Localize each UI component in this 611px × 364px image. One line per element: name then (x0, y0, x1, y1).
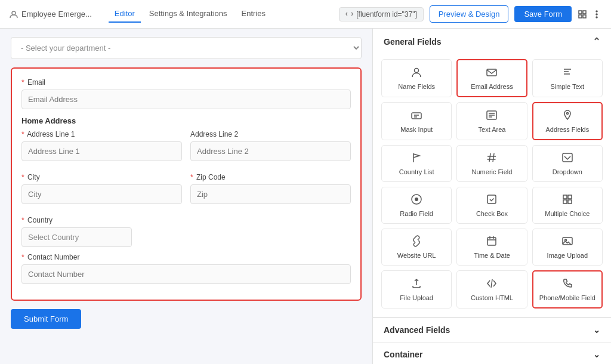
country-label: * Country (21, 216, 351, 224)
field-item-email-address[interactable]: Email Address (456, 59, 527, 97)
address-icon (561, 109, 573, 123)
city-label: * City (21, 173, 182, 181)
field-label-2: Simple Text (551, 83, 585, 90)
field-item-dropdown[interactable]: Dropdown (532, 145, 603, 182)
tab-entries[interactable]: Entries (236, 5, 271, 23)
advanced-fields-header[interactable]: Advanced Fields ⌄ (373, 317, 611, 342)
advanced-chevron-down-icon: ⌄ (593, 325, 600, 335)
zip-field-group: * Zip Code (190, 173, 351, 204)
tab-settings[interactable]: Settings & Integrations (143, 5, 233, 23)
svg-point-8 (415, 69, 419, 73)
address-line2-group: Address Line 2 (190, 130, 351, 161)
city-field-group: * City (21, 173, 182, 204)
field-item-text-area[interactable]: Text Area (456, 102, 527, 140)
field-item-radio-field[interactable]: Radio Field (381, 187, 452, 224)
field-label-4: Text Area (479, 126, 506, 133)
field-item-website-url[interactable]: Website URL (381, 229, 452, 266)
home-address-title: Home Address (21, 116, 351, 125)
container-chevron-down-icon: ⌄ (593, 350, 600, 359)
svg-rect-24 (568, 200, 572, 203)
field-item-time-&-date[interactable]: Time & Date (456, 229, 527, 266)
nav-tabs: Editor Settings & Integrations Entries (109, 5, 271, 23)
svg-rect-22 (568, 195, 572, 199)
svg-rect-25 (487, 237, 496, 245)
brand-logo: Employee Emerge... (10, 10, 92, 18)
code-icon (486, 277, 498, 291)
contact-input[interactable] (21, 264, 351, 284)
address-line2-input[interactable] (190, 141, 351, 161)
image-icon (561, 235, 573, 249)
svg-rect-17 (563, 153, 572, 162)
general-fields-section: General Fields ⌃ Name FieldsEmail Addres… (373, 29, 611, 317)
svg-point-7 (596, 17, 597, 18)
field-item-check-box[interactable]: Check Box (456, 187, 527, 224)
general-fields-header[interactable]: General Fields ⌃ (373, 29, 611, 54)
container-title: Container (384, 350, 422, 359)
dropdown-icon (561, 152, 573, 165)
preview-design-button[interactable]: Preview & Design (430, 5, 509, 23)
url-icon (411, 235, 422, 249)
svg-rect-4 (583, 15, 586, 18)
svg-point-19 (415, 198, 418, 201)
svg-rect-21 (563, 195, 567, 199)
person-icon (411, 66, 422, 80)
zip-label: * Zip Code (190, 173, 351, 181)
flag-icon (411, 152, 422, 165)
field-label-13: Time & Date (474, 252, 510, 259)
field-item-country-list[interactable]: Country List (381, 145, 452, 182)
svg-rect-20 (487, 195, 496, 203)
field-item-image-upload[interactable]: Image Upload (532, 229, 603, 266)
zip-input[interactable] (190, 184, 351, 204)
address-line1-group: * Address Line 1 (21, 130, 182, 161)
field-item-name-fields[interactable]: Name Fields (381, 59, 452, 97)
email-input[interactable] (21, 90, 351, 109)
field-label-1: Email Address (471, 83, 513, 90)
svg-point-6 (596, 14, 597, 15)
more-options-icon[interactable] (592, 10, 601, 19)
upload-icon (411, 277, 422, 291)
svg-point-0 (12, 11, 16, 15)
city-input[interactable] (21, 184, 182, 204)
brand-label: Employee Emerge... (21, 10, 92, 18)
email-field-group: * Email (21, 78, 351, 109)
address-row-1: * Address Line 1 Address Line 2 (21, 130, 351, 167)
tab-editor[interactable]: Editor (109, 5, 141, 23)
field-item-numeric-field[interactable]: Numeric Field (456, 145, 527, 182)
save-form-button[interactable]: Save Form (514, 6, 572, 22)
svg-line-31 (491, 279, 492, 288)
phone-icon (561, 277, 573, 291)
general-fields-title: General Fields (384, 37, 441, 47)
field-label-15: File Upload (400, 294, 433, 301)
user-icon (10, 10, 18, 18)
field-item-file-upload[interactable]: File Upload (381, 270, 452, 309)
field-item-address-fields[interactable]: Address Fields (532, 102, 603, 140)
field-item-mask-input[interactable]: Mask Input (381, 102, 452, 140)
hash-icon (486, 152, 498, 165)
field-item-custom-html[interactable]: Custom HTML (456, 270, 527, 309)
svg-rect-10 (412, 113, 421, 119)
field-label-10: Check Box (476, 210, 508, 217)
field-item-phone/mobile-field[interactable]: Phone/Mobile Field (532, 270, 603, 309)
svg-rect-3 (579, 15, 582, 18)
field-label-0: Name Fields (398, 83, 435, 90)
field-label-3: Mask Input (400, 126, 433, 133)
department-select[interactable]: - Select your department - (11, 37, 362, 59)
field-label-12: Website URL (397, 252, 436, 259)
submit-form-button[interactable]: Submit Form (11, 309, 81, 329)
field-label-6: Country List (399, 168, 434, 175)
svg-rect-2 (583, 11, 586, 14)
field-label-9: Radio Field (400, 210, 433, 217)
field-item-multiple-choice[interactable]: Multiple Choice (532, 187, 603, 224)
shortcode-text: [fluentform id="37"] (356, 10, 417, 18)
svg-rect-9 (487, 69, 496, 76)
text-icon (561, 66, 573, 80)
svg-point-5 (596, 11, 597, 12)
shortcode-badge[interactable]: [fluentform id="37"] (339, 7, 424, 21)
left-panel: - Select your department - * Email Home … (0, 29, 372, 364)
country-select[interactable]: Select Country (21, 227, 132, 247)
expand-icon[interactable] (578, 10, 587, 19)
container-section-header[interactable]: Container ⌄ (373, 342, 611, 364)
field-item-simple-text[interactable]: Simple Text (532, 59, 603, 97)
address-line1-input[interactable] (21, 141, 182, 161)
country-field-group: * Country Select Country (21, 216, 351, 247)
